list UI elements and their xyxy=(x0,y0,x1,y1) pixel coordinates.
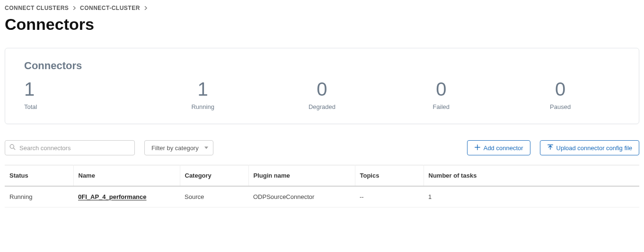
col-plugin[interactable]: Plugin name xyxy=(248,165,355,187)
stat-failed: 0 Failed xyxy=(381,80,501,110)
col-tasks[interactable]: Number of tasks xyxy=(423,165,639,187)
stat-label: Degraded xyxy=(309,103,335,110)
stat-label: Failed xyxy=(433,103,450,110)
chevron-right-icon xyxy=(144,5,148,11)
toolbar: Filter by category Add connector Upload … xyxy=(5,140,639,155)
filter-by-category-dropdown[interactable]: Filter by category xyxy=(144,140,213,155)
stat-label: Paused xyxy=(550,103,571,110)
search-icon xyxy=(9,144,16,152)
summary-title: Connectors xyxy=(24,60,620,72)
stat-running: 1 Running xyxy=(143,80,263,110)
cell-topics: -- xyxy=(355,186,423,207)
stat-label: Running xyxy=(191,103,214,110)
svg-point-0 xyxy=(10,144,14,148)
cell-category: Source xyxy=(180,186,248,207)
breadcrumb: CONNECT CLUSTERS CONNECT-CLUSTER xyxy=(5,5,639,11)
filter-label: Filter by category xyxy=(151,144,199,152)
col-category[interactable]: Category xyxy=(180,165,248,187)
stat-total: 1 Total xyxy=(24,80,143,110)
upload-config-label: Upload connector config file xyxy=(556,144,632,152)
plus-icon xyxy=(474,144,481,152)
svg-line-1 xyxy=(14,148,16,150)
cell-name: 0FI_AP_4_performance xyxy=(73,186,180,207)
cell-plugin: ODPSourceConnector xyxy=(248,186,355,207)
stat-label: Total xyxy=(24,103,37,110)
breadcrumb-item-cluster[interactable]: CONNECT-CLUSTER xyxy=(80,5,140,11)
chevron-right-icon xyxy=(72,5,76,11)
add-connector-label: Add connector xyxy=(484,144,523,152)
col-topics[interactable]: Topics xyxy=(355,165,423,187)
stat-value: 1 xyxy=(24,80,35,99)
stat-value: 0 xyxy=(436,80,446,99)
col-status[interactable]: Status xyxy=(5,165,73,187)
table-header-row: Status Name Category Plugin name Topics … xyxy=(5,165,639,187)
search-input[interactable] xyxy=(5,140,135,155)
stat-degraded: 0 Degraded xyxy=(263,80,382,110)
add-connector-button[interactable]: Add connector xyxy=(467,140,530,155)
upload-config-button[interactable]: Upload connector config file xyxy=(540,140,639,155)
connectors-table: Status Name Category Plugin name Topics … xyxy=(5,165,639,207)
search-wrap xyxy=(5,140,135,155)
table-row: Running 0FI_AP_4_performance Source ODPS… xyxy=(5,186,639,207)
stat-value: 0 xyxy=(555,80,565,99)
col-name[interactable]: Name xyxy=(73,165,180,187)
connector-name-link[interactable]: 0FI_AP_4_performance xyxy=(78,193,147,200)
caret-down-icon xyxy=(204,147,208,149)
cell-status: Running xyxy=(5,186,73,207)
summary-card: Connectors 1 Total 1 Running 0 Degraded … xyxy=(5,48,639,124)
stat-value: 0 xyxy=(317,80,327,99)
stat-paused: 0 Paused xyxy=(501,80,620,110)
cell-tasks: 1 xyxy=(423,186,639,207)
upload-icon xyxy=(547,144,554,152)
stat-value: 1 xyxy=(198,80,208,99)
stats-row: 1 Total 1 Running 0 Degraded 0 Failed 0 … xyxy=(24,80,620,110)
breadcrumb-item-clusters[interactable]: CONNECT CLUSTERS xyxy=(5,5,69,11)
page-title: Connectors xyxy=(5,15,639,34)
